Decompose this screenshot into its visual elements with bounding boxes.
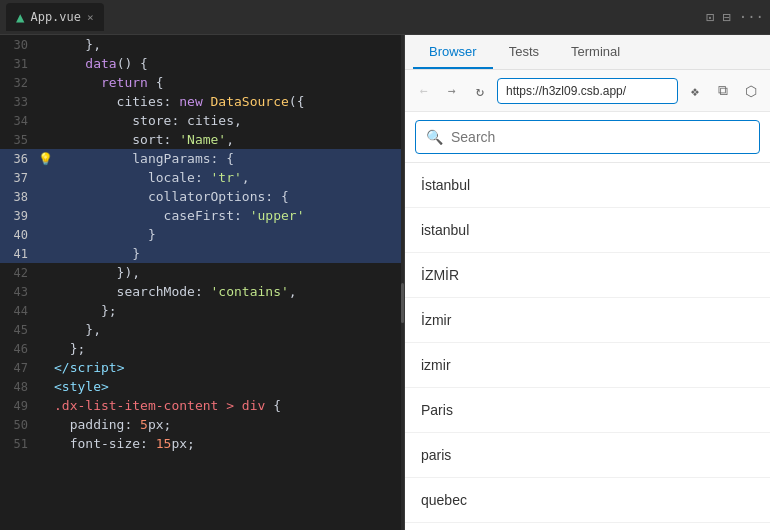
code-line: 44 }; bbox=[0, 301, 404, 320]
code-content: } bbox=[54, 246, 400, 261]
code-content: }, bbox=[54, 322, 400, 337]
code-content: }; bbox=[54, 303, 400, 318]
code-content: }), bbox=[54, 265, 400, 280]
code-content: } bbox=[54, 227, 400, 242]
line-number: 45 bbox=[0, 323, 36, 337]
line-number: 33 bbox=[0, 95, 36, 109]
file-tab[interactable]: ▲ App.vue × bbox=[6, 3, 104, 31]
browser-tabs: BrowserTestsTerminal bbox=[405, 35, 770, 70]
vue-icon: ▲ bbox=[16, 9, 24, 25]
copy-icon[interactable]: ⧉ bbox=[712, 80, 734, 102]
scroll-thumb bbox=[401, 283, 404, 323]
list-item[interactable]: izmir bbox=[405, 343, 770, 388]
line-number: 35 bbox=[0, 133, 36, 147]
code-line: 35 sort: 'Name', bbox=[0, 130, 404, 149]
code-line: 40 } bbox=[0, 225, 404, 244]
line-number: 38 bbox=[0, 190, 36, 204]
line-number: 30 bbox=[0, 38, 36, 52]
code-line: 48<style> bbox=[0, 377, 404, 396]
code-panel: 30 },31 data() {32 return {33 cities: ne… bbox=[0, 35, 405, 530]
scroll-indicator bbox=[401, 35, 404, 530]
code-line: 43 searchMode: 'contains', bbox=[0, 282, 404, 301]
code-line: 34 store: cities, bbox=[0, 111, 404, 130]
code-content: .dx-list-item-content > div { bbox=[54, 398, 400, 413]
code-content: <style> bbox=[54, 379, 400, 394]
line-gutter: 💡 bbox=[36, 152, 54, 166]
code-content: font-size: 15px; bbox=[54, 436, 400, 451]
search-input[interactable] bbox=[451, 129, 749, 145]
close-tab-button[interactable]: × bbox=[87, 11, 94, 24]
code-content: caseFirst: 'upper' bbox=[54, 208, 400, 223]
line-number: 49 bbox=[0, 399, 36, 413]
list-item[interactable]: istanbul bbox=[405, 208, 770, 253]
code-content: cities: new DataSource({ bbox=[54, 94, 400, 109]
line-number: 42 bbox=[0, 266, 36, 280]
code-content: locale: 'tr', bbox=[54, 170, 400, 185]
code-content: </script> bbox=[54, 360, 400, 375]
code-content: searchMode: 'contains', bbox=[54, 284, 400, 299]
open-new-icon[interactable]: ⬡ bbox=[740, 80, 762, 102]
browser-panel: BrowserTestsTerminal ← → ↻ ❖ ⧉ ⬡ 🔍 İstan… bbox=[405, 35, 770, 530]
code-line: 31 data() { bbox=[0, 54, 404, 73]
code-line: 38 collatorOptions: { bbox=[0, 187, 404, 206]
line-number: 48 bbox=[0, 380, 36, 394]
forward-button[interactable]: → bbox=[441, 80, 463, 102]
split-editor-button[interactable]: ⊡ bbox=[706, 9, 714, 25]
browser-address-bar: ← → ↻ ❖ ⧉ ⬡ bbox=[405, 70, 770, 112]
list-item[interactable]: İzmir bbox=[405, 298, 770, 343]
list-item[interactable]: quebec bbox=[405, 478, 770, 523]
code-line: 47</script> bbox=[0, 358, 404, 377]
line-number: 44 bbox=[0, 304, 36, 318]
url-input[interactable] bbox=[497, 78, 678, 104]
line-number: 47 bbox=[0, 361, 36, 375]
line-number: 39 bbox=[0, 209, 36, 223]
search-icon: 🔍 bbox=[426, 129, 443, 145]
code-line: 42 }), bbox=[0, 263, 404, 282]
list-item[interactable]: Paris bbox=[405, 388, 770, 433]
main-content: 30 },31 data() {32 return {33 cities: ne… bbox=[0, 35, 770, 530]
line-number: 51 bbox=[0, 437, 36, 451]
line-number: 36 bbox=[0, 152, 36, 166]
code-line: 33 cities: new DataSource({ bbox=[0, 92, 404, 111]
line-number: 31 bbox=[0, 57, 36, 71]
list-item[interactable]: İZMİR bbox=[405, 253, 770, 298]
code-content: }; bbox=[54, 341, 400, 356]
code-line: 36💡 langParams: { bbox=[0, 149, 404, 168]
browser-tab-browser[interactable]: Browser bbox=[413, 35, 493, 69]
code-line: 51 font-size: 15px; bbox=[0, 434, 404, 453]
code-content: }, bbox=[54, 37, 400, 52]
browser-tab-tests[interactable]: Tests bbox=[493, 35, 555, 69]
editor-layout-button[interactable]: ⊟ bbox=[722, 9, 730, 25]
code-line: 30 }, bbox=[0, 35, 404, 54]
tab-filename: App.vue bbox=[30, 10, 81, 24]
line-number: 46 bbox=[0, 342, 36, 356]
codesandbox-icon[interactable]: ❖ bbox=[684, 80, 706, 102]
browser-tab-terminal[interactable]: Terminal bbox=[555, 35, 636, 69]
line-number: 32 bbox=[0, 76, 36, 90]
city-list: İstanbulistanbulİZMİRİzmirizmirParispari… bbox=[405, 163, 770, 530]
code-content: sort: 'Name', bbox=[54, 132, 400, 147]
line-number: 50 bbox=[0, 418, 36, 432]
search-container: 🔍 bbox=[405, 112, 770, 163]
lightbulb-icon[interactable]: 💡 bbox=[38, 152, 53, 166]
list-item[interactable]: İstanbul bbox=[405, 163, 770, 208]
code-content: padding: 5px; bbox=[54, 417, 400, 432]
code-content: return { bbox=[54, 75, 400, 90]
code-line: 45 }, bbox=[0, 320, 404, 339]
back-button[interactable]: ← bbox=[413, 80, 435, 102]
code-content: store: cities, bbox=[54, 113, 400, 128]
code-line: 32 return { bbox=[0, 73, 404, 92]
code-content: langParams: { bbox=[54, 151, 400, 166]
line-number: 43 bbox=[0, 285, 36, 299]
code-line: 49.dx-list-item-content > div { bbox=[0, 396, 404, 415]
code-editor[interactable]: 30 },31 data() {32 return {33 cities: ne… bbox=[0, 35, 404, 530]
tab-actions: ⊡ ⊟ ··· bbox=[706, 9, 764, 25]
line-number: 40 bbox=[0, 228, 36, 242]
line-number: 34 bbox=[0, 114, 36, 128]
refresh-button[interactable]: ↻ bbox=[469, 80, 491, 102]
more-actions-button[interactable]: ··· bbox=[739, 9, 764, 25]
search-box[interactable]: 🔍 bbox=[415, 120, 760, 154]
list-item[interactable]: paris bbox=[405, 433, 770, 478]
code-line: 41 } bbox=[0, 244, 404, 263]
code-line: 46 }; bbox=[0, 339, 404, 358]
